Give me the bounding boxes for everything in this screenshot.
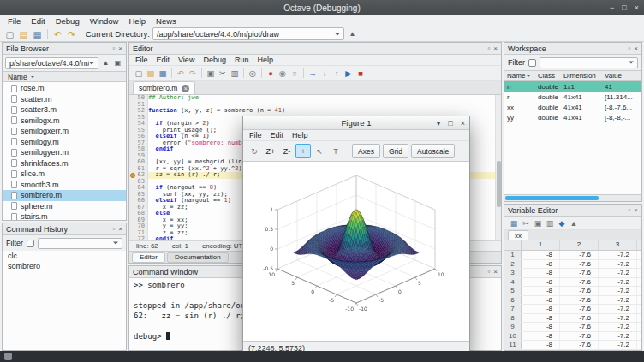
grid-column-header[interactable]: 3: [599, 240, 637, 250]
grid-column-header[interactable]: 1: [522, 240, 560, 250]
grid-cell[interactable]: -7.2: [599, 332, 637, 341]
maximize-icon[interactable]: □: [622, 3, 626, 12]
close-icon[interactable]: ×: [493, 269, 498, 276]
file-item[interactable]: semilogy.m: [3, 137, 126, 148]
file-item[interactable]: semilogx.m: [3, 116, 126, 127]
file-item[interactable]: sombrero.m: [3, 190, 126, 201]
grid-cell[interactable]: -7.6: [560, 296, 599, 305]
browse-directory-icon[interactable]: ▣: [112, 57, 123, 68]
step-in-icon[interactable]: ↓: [319, 68, 331, 80]
menu-item[interactable]: Debug: [199, 56, 230, 64]
save-icon[interactable]: ▦: [31, 27, 44, 40]
workspace-column-header[interactable]: Value: [602, 72, 641, 80]
scrollbar-thumb[interactable]: [497, 161, 501, 207]
grid-cell[interactable]: -7.2: [599, 269, 637, 277]
one-directory-up-icon[interactable]: ▲: [100, 57, 111, 68]
grid-cell[interactable]: -8: [522, 341, 560, 349]
grid-cell[interactable]: -7.2: [599, 260, 637, 269]
zoom-out-tool[interactable]: Z-: [279, 144, 295, 158]
close-icon[interactable]: ×: [634, 45, 638, 52]
grid-cell[interactable]: -8: [522, 296, 560, 305]
cut-icon[interactable]: ✂: [217, 68, 229, 80]
grid-cell[interactable]: -8: [522, 251, 560, 259]
grid-cell[interactable]: -7.2: [599, 287, 637, 295]
grid-cell[interactable]: -7.2: [599, 323, 637, 331]
select-tool-icon[interactable]: ↖: [312, 144, 327, 158]
grid-row-header[interactable]: 7: [504, 305, 522, 313]
directory-up-icon[interactable]: ▲: [347, 28, 358, 39]
paste-icon[interactable]: ▥: [229, 68, 241, 80]
file-item[interactable]: semilogxerr.m: [3, 126, 126, 137]
file-browser-column-header[interactable]: Name: [3, 71, 126, 82]
menu-item[interactable]: Help: [123, 16, 151, 26]
menu-item[interactable]: File: [131, 56, 152, 64]
open-file-icon[interactable]: ▤: [145, 68, 157, 80]
grid-row-header[interactable]: 3: [504, 269, 522, 277]
grid-cell[interactable]: -7.6: [560, 332, 599, 341]
menu-item[interactable]: Run: [230, 56, 253, 64]
grid-cell[interactable]: -8: [522, 350, 560, 351]
editor-status-item[interactable]: line: 62: [136, 242, 158, 250]
copy-icon[interactable]: ▣: [532, 217, 544, 228]
current-directory-combobox[interactable]: /app/share/octave/4.4.0/m/plot/draw: [152, 27, 344, 40]
figure-toolbar-button[interactable]: Grid: [383, 144, 408, 158]
filter-combobox[interactable]: [540, 57, 638, 68]
workspace-row[interactable]: xxdouble41x41[-8,-7.6...: [504, 102, 641, 112]
command-history-header[interactable]: Command History ▫×: [3, 223, 126, 235]
undock-icon[interactable]: ▫: [628, 45, 630, 52]
find-icon[interactable]: ◎: [247, 68, 259, 80]
filter-checkbox[interactable]: [27, 240, 34, 247]
maximize-icon[interactable]: □: [448, 119, 452, 128]
editor-header[interactable]: Editor ▫×: [129, 43, 501, 55]
shade-icon[interactable]: ▾: [437, 119, 441, 128]
undo-icon[interactable]: ↶: [51, 27, 64, 40]
chevron-down-icon[interactable]: [89, 62, 94, 67]
plot-variable-icon[interactable]: ◆: [556, 217, 568, 228]
redo-icon[interactable]: ↷: [187, 68, 199, 80]
grid-cell[interactable]: -8: [522, 305, 560, 313]
file-item[interactable]: scatter3.m: [3, 104, 126, 116]
redo-icon[interactable]: ↷: [65, 27, 78, 40]
figure-toolbar-button[interactable]: Autoscale: [411, 144, 455, 158]
grid-row-header[interactable]: 6: [504, 296, 522, 305]
chevron-down-icon[interactable]: [629, 62, 634, 67]
up-level-icon[interactable]: ▲: [568, 217, 580, 228]
file-browser-header[interactable]: File Browser ▫×: [3, 43, 126, 55]
grid-cell[interactable]: -7.2: [599, 314, 637, 323]
scrollbar-thumb[interactable]: [505, 196, 599, 200]
undock-icon[interactable]: ▫: [628, 207, 630, 214]
history-item[interactable]: clc: [3, 251, 126, 261]
file-item[interactable]: scatter.m: [3, 94, 126, 105]
grid-cell[interactable]: -7.6: [560, 287, 599, 295]
continue-icon[interactable]: ▶: [343, 68, 355, 80]
file-item[interactable]: shrinkfaces.m: [3, 158, 126, 169]
menu-item[interactable]: Debug: [51, 16, 85, 26]
file-browser-path-combobox[interactable]: p/share/octave/4.4.0/m/plot/draw: [5, 57, 98, 69]
file-item[interactable]: stairs.m: [3, 211, 126, 220]
filter-combobox[interactable]: [38, 238, 122, 249]
grid-cell[interactable]: -8: [522, 323, 560, 331]
variable-tab-xx[interactable]: xx: [508, 230, 528, 240]
file-item[interactable]: semilogyerr.m: [3, 147, 126, 158]
toggle-breakpoint-icon[interactable]: ●: [265, 68, 277, 80]
workspace-column-header[interactable]: Name: [504, 72, 535, 80]
step-over-icon[interactable]: →: [307, 68, 319, 80]
editor-bottom-tab[interactable]: Documentation: [167, 252, 229, 263]
undock-icon[interactable]: ▫: [112, 226, 115, 233]
stop-icon[interactable]: ■: [355, 68, 367, 80]
figure-toolbar-button[interactable]: Axes: [352, 144, 380, 158]
grid-cell[interactable]: -8: [522, 332, 560, 341]
figure-window[interactable]: Figure 1 ▾□× FileEditHelp ↻Z+Z-+↖T AxesG…: [242, 116, 470, 355]
tab-close-icon[interactable]: ×: [182, 85, 189, 92]
grid-row-header[interactable]: 5: [504, 287, 522, 295]
figure-titlebar[interactable]: Figure 1 ▾□×: [243, 116, 469, 130]
workspace-row[interactable]: yydouble41x41[-8,-8,-...: [504, 112, 641, 122]
grid-row-header[interactable]: 9: [504, 323, 522, 331]
grid-cell[interactable]: -7.6: [560, 341, 599, 349]
pan-tool-icon[interactable]: +: [295, 144, 311, 158]
undock-icon[interactable]: ▫: [487, 45, 490, 52]
menu-item[interactable]: View: [174, 56, 199, 64]
editor-bottom-tab[interactable]: Editor: [132, 252, 165, 263]
menu-item[interactable]: File: [245, 131, 266, 139]
new-script-icon[interactable]: ▢: [133, 68, 145, 80]
